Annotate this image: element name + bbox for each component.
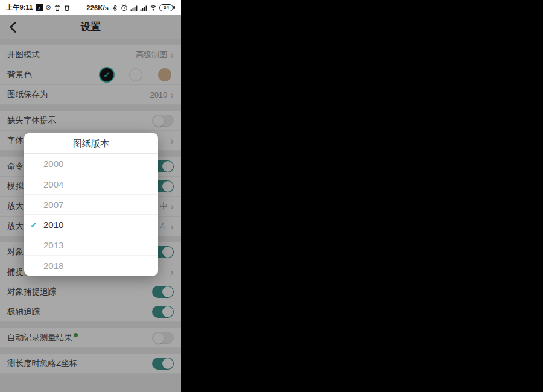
screen: 上午9:11 ♪ ⊘ 2.5K/s 34 [0,0,543,392]
settings-screen: 上午9:11 ♪ ⊘ 226K/s 34 设置 [0,0,181,392]
version-option-2004[interactable]: 2004 [24,174,158,195]
cell-signal-icon [140,4,147,11]
version-option-2018[interactable]: 2018 [24,256,158,276]
clock-time: 上午9:11 [6,3,33,12]
check-icon: ✓ [30,220,43,230]
version-option-2010[interactable]: ✓2010 [24,215,158,235]
bluetooth-icon [111,4,118,11]
status-bar: 上午9:11 ♪ ⊘ 226K/s 34 [0,0,181,15]
music-note-icon: ♪ [36,4,43,11]
trash-icon [63,4,71,11]
dialog-title: 图纸版本 [24,133,158,154]
version-option-2013[interactable]: 2013 [24,235,158,256]
wifi-icon [150,4,157,11]
alarm-icon [121,4,128,11]
cell-signal-icon [130,4,138,11]
version-option-2007[interactable]: 2007 [24,195,158,215]
version-option-2000[interactable]: 2000 [24,154,158,174]
trash-icon [54,4,61,11]
do-not-disturb-icon: ⊘ [46,4,51,11]
battery-icon: 34 [159,4,173,11]
network-speed: 226K/s [86,4,109,11]
drawing-version-dialog: 图纸版本 2000 2004 2007 ✓2010 2013 2018 [24,133,158,276]
